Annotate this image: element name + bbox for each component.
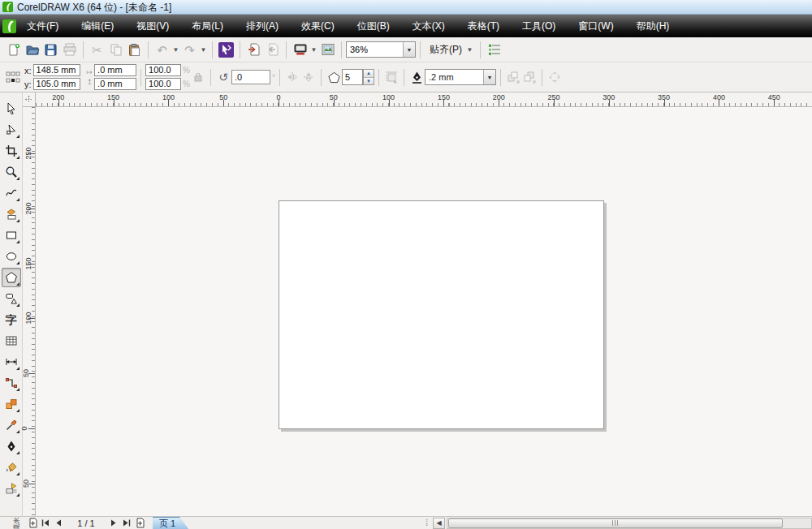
scroll-left-button[interactable]: ◀: [433, 518, 445, 529]
mirror-horizontal-icon[interactable]: [284, 68, 300, 86]
next-page-button[interactable]: [107, 518, 120, 529]
new-document-icon[interactable]: [4, 41, 23, 59]
rotation-angle-field[interactable]: .0: [231, 70, 270, 84]
lock-ratio-icon[interactable]: [190, 68, 206, 86]
freehand-tool[interactable]: [2, 183, 21, 203]
outline-width-dropdown-icon[interactable]: ▼: [483, 70, 495, 84]
blend-tool[interactable]: [2, 394, 21, 414]
crop-tool[interactable]: [2, 141, 21, 161]
export-icon[interactable]: [263, 41, 282, 59]
drawing-workspace[interactable]: [36, 107, 812, 516]
y-position-field[interactable]: 105.0 mm: [33, 78, 80, 90]
document-menu-icon[interactable]: [2, 19, 16, 33]
menu-text[interactable]: 文本(X): [407, 16, 451, 37]
spinner-up-icon[interactable]: ▲: [364, 70, 374, 78]
fullscreen-preview-icon[interactable]: [318, 41, 337, 59]
polygon-points-field[interactable]: 5: [342, 69, 363, 85]
copy-icon[interactable]: [106, 41, 125, 59]
zoom-tool[interactable]: [2, 162, 21, 182]
menu-edit[interactable]: 编辑(E): [76, 16, 119, 37]
save-icon[interactable]: [41, 41, 60, 59]
first-page-button[interactable]: [39, 518, 52, 529]
dimension-tool[interactable]: [2, 352, 21, 372]
add-page-after-button[interactable]: [133, 518, 146, 529]
snap-to-dropdown[interactable]: 贴齐(P) ▼: [426, 41, 474, 59]
horizontal-scrollbar-thumb[interactable]: [448, 518, 783, 528]
menu-arrange[interactable]: 排列(A): [240, 16, 284, 37]
to-front-icon[interactable]: [505, 68, 521, 86]
menu-window[interactable]: 窗口(W): [572, 16, 619, 37]
standard-toolbar: ✂ ↶ ▼ ↷ ▼ ▼ 36% ▼ 贴齐(P) ▼: [0, 37, 812, 62]
undo-icon[interactable]: ↶: [153, 41, 171, 59]
add-page-before-button[interactable]: [26, 518, 39, 529]
pane-splitter[interactable]: ⁞: [425, 518, 428, 527]
outline-width-combo[interactable]: .2 mm ▼: [425, 69, 496, 85]
mirror-vertical-icon[interactable]: [300, 68, 317, 86]
menu-table[interactable]: 表格(T): [462, 16, 505, 37]
horizontal-ruler[interactable]: 20015010050050100150200250300350400450: [36, 92, 812, 107]
previous-page-button[interactable]: [52, 518, 65, 529]
window-title: CorelDRAW X6 (64 位) - [未命名 -1]: [17, 0, 171, 15]
redo-icon[interactable]: ↷: [180, 41, 199, 59]
fill-tool[interactable]: [2, 458, 21, 477]
paste-icon[interactable]: [125, 41, 144, 59]
cut-icon[interactable]: ✂: [88, 41, 106, 59]
object-width-field[interactable]: .0 mm: [94, 64, 136, 76]
zoom-dropdown-icon[interactable]: ▼: [403, 42, 415, 57]
menu-file[interactable]: 文件(F): [21, 16, 64, 37]
snap-dropdown-icon[interactable]: ▼: [465, 41, 474, 59]
ruler-label: 100: [24, 312, 32, 325]
flyout-indicator: [16, 303, 19, 307]
options-icon[interactable]: [485, 41, 503, 59]
application-launcher-icon[interactable]: [217, 41, 235, 59]
flyout-indicator: [16, 451, 19, 454]
ellipse-tool[interactable]: [2, 247, 21, 266]
flyout-indicator: [16, 367, 19, 370]
smart-fill-tool[interactable]: [2, 204, 21, 224]
undo-dropdown-icon[interactable]: ▼: [171, 41, 180, 59]
text-wrap-icon[interactable]: [383, 68, 400, 86]
pick-tool[interactable]: [2, 99, 21, 118]
to-back-icon[interactable]: [521, 68, 538, 86]
open-icon[interactable]: [23, 41, 41, 59]
zoom-level-combo[interactable]: 36% ▼: [346, 41, 416, 58]
basic-shapes-tool[interactable]: [2, 289, 21, 308]
table-tool[interactable]: [2, 331, 21, 351]
connector-tool[interactable]: [2, 373, 21, 393]
interactive-fill-tool[interactable]: [2, 479, 21, 498]
ruler-origin-corner[interactable]: [23, 92, 36, 107]
polygon-tool[interactable]: [2, 268, 21, 287]
welcome-dropdown-icon[interactable]: ▼: [309, 41, 318, 59]
import-icon[interactable]: [244, 41, 263, 59]
object-height-field[interactable]: .0 mm: [94, 78, 136, 90]
text-tool[interactable]: 字: [2, 310, 21, 329]
color-eyedropper-tool[interactable]: [2, 415, 21, 435]
scale-h-field[interactable]: 100.0: [145, 64, 181, 76]
menu-tools[interactable]: 工具(O): [516, 16, 561, 37]
scale-v-field[interactable]: 100.0: [145, 78, 181, 90]
convert-to-curves-icon[interactable]: [546, 68, 563, 86]
object-position-grid-icon: [5, 68, 21, 86]
vertical-ruler[interactable]: 25020015010050050: [23, 107, 36, 516]
menu-view[interactable]: 视图(V): [131, 16, 175, 37]
menu-effects[interactable]: 效果(C): [296, 16, 340, 37]
ruler-label: 0: [20, 426, 28, 430]
page-indicator: 1 / 1: [65, 518, 107, 528]
spinner-down-icon[interactable]: ▼: [364, 78, 374, 85]
menu-layout[interactable]: 布局(L): [186, 16, 229, 37]
shape-tool[interactable]: [2, 120, 21, 140]
rectangle-tool[interactable]: [2, 226, 21, 245]
x-position-field[interactable]: 148.5 mm: [33, 64, 80, 76]
polygon-points-spinner[interactable]: ▲▼: [363, 69, 374, 85]
redo-dropdown-icon[interactable]: ▼: [199, 41, 208, 59]
drawing-page[interactable]: [279, 200, 604, 429]
outline-pen-tool[interactable]: [2, 437, 21, 456]
welcome-screen-icon[interactable]: [291, 41, 309, 59]
print-icon[interactable]: [60, 41, 79, 59]
menu-help[interactable]: 帮助(H): [631, 16, 676, 37]
last-page-button[interactable]: [120, 518, 133, 529]
menu-bitmaps[interactable]: 位图(B): [352, 16, 395, 37]
page-tab-1[interactable]: 页 1: [153, 517, 188, 529]
horizontal-scrollbar[interactable]: [447, 518, 812, 529]
status-bar: 毫米 1 / 1 页 1 ⁞ ◀: [0, 516, 812, 529]
